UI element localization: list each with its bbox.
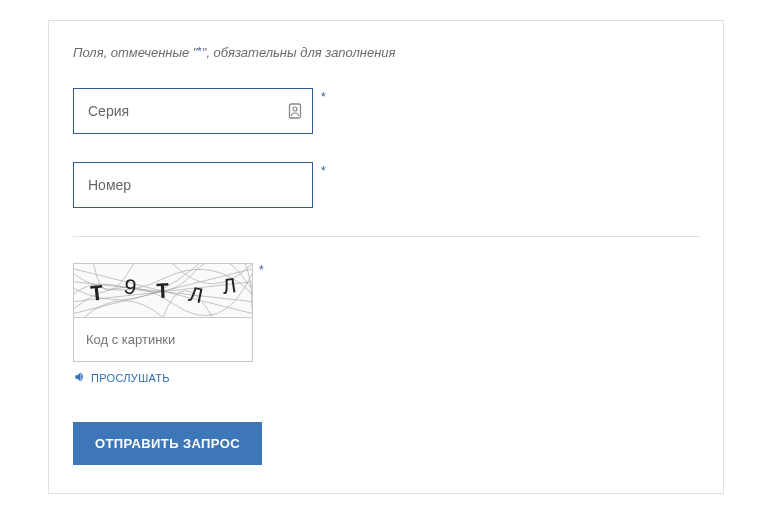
series-input-wrapper[interactable]	[73, 88, 313, 134]
captcha-required-marker: *	[259, 263, 264, 277]
svg-point-1	[293, 107, 297, 111]
captcha-input[interactable]	[86, 332, 240, 347]
number-field-row: *	[73, 162, 699, 208]
captcha-listen-link[interactable]: ПРОСЛУШАТЬ	[73, 370, 170, 386]
required-fields-hint: Поля, отмеченные "*", обязательны для за…	[73, 45, 699, 60]
captcha-input-wrapper[interactable]	[73, 317, 253, 362]
divider	[73, 236, 699, 237]
submit-button[interactable]: ОТПРАВИТЬ ЗАПРОС	[73, 422, 262, 465]
number-required-marker: *	[321, 164, 326, 178]
contact-card-icon	[288, 103, 302, 119]
number-input[interactable]	[88, 177, 298, 193]
hint-suffix: ", обязательны для заполнения	[202, 45, 396, 60]
series-input[interactable]	[88, 103, 298, 119]
captcha-listen-label: ПРОСЛУШАТЬ	[91, 372, 170, 384]
hint-prefix: Поля, отмеченные "	[73, 45, 197, 60]
series-field-row: *	[73, 88, 699, 134]
captcha-text: Т 9 Т Л Л	[74, 264, 252, 317]
captcha-block: Т 9 Т Л Л * ПРОСЛУШАТЬ	[73, 263, 253, 388]
form-container: Поля, отмеченные "*", обязательны для за…	[48, 20, 724, 494]
sound-icon	[73, 370, 87, 386]
series-required-marker: *	[321, 90, 326, 104]
captcha-image: Т 9 Т Л Л	[73, 263, 253, 317]
number-input-wrapper[interactable]	[73, 162, 313, 208]
